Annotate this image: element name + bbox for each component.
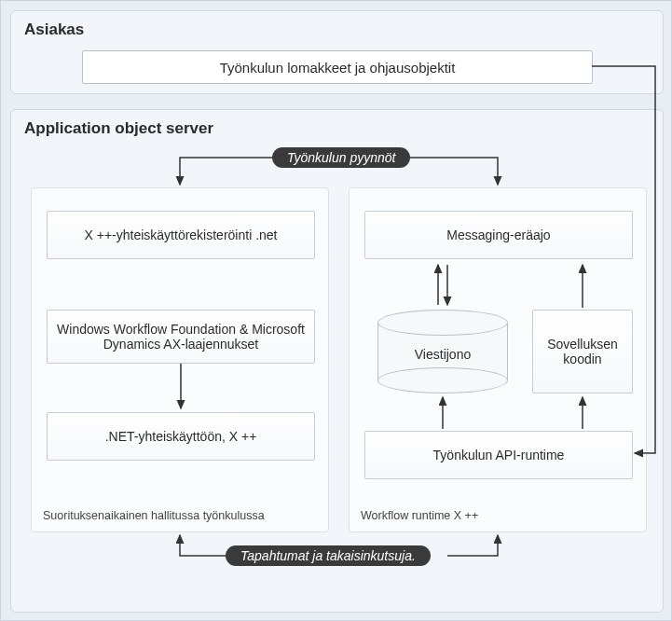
net-interop-xpp-box: .NET-yhteiskäyttöön, X ++ (47, 412, 315, 461)
wf-foundation-extensions-label: Windows Workflow Foundation & Microsoft … (55, 322, 307, 352)
client-panel: Asiakas Työnkulun lomakkeet ja ohjausobj… (10, 10, 664, 94)
xpp-interop-registration-box: X ++-yhteiskäyttörekisteröinti .net (47, 211, 315, 259)
application-code-box: Sovelluksen koodin (532, 310, 633, 393)
workflow-api-runtime-label: Työnkulun API-runtime (433, 448, 565, 462)
messaging-batch-label: Messaging-eräajo (446, 228, 550, 242)
message-queue-label: Viestijono (377, 347, 508, 362)
wf-foundation-extensions-box: Windows Workflow Foundation & Microsoft … (47, 310, 315, 364)
client-title: Asiakas (24, 21, 84, 39)
message-queue-cylinder: Viestijono (377, 310, 508, 393)
diagram-canvas: Asiakas Työnkulun lomakkeet ja ohjausobj… (0, 0, 672, 621)
xpp-interop-registration-label: X ++-yhteiskäyttörekisteröinti .net (85, 228, 278, 242)
aos-panel: Application object server Työnkulun pyyn… (10, 109, 664, 613)
workflow-runtime-xpp-group: Messaging-eräajo Viestijono Sovelluksen … (349, 187, 647, 532)
workflow-forms-label: Työnkulun lomakkeet ja ohjausobjektit (220, 60, 456, 76)
managed-runtime-caption: Suorituksenaikainen hallitussa työnkulus… (43, 509, 265, 522)
messaging-batch-box: Messaging-eräajo (364, 211, 633, 259)
events-callbacks-label: Tapahtumat ja takaisinkutsuja. (226, 545, 431, 566)
aos-title: Application object server (24, 119, 213, 138)
workflow-requests-label: Työnkulun pyynnöt (272, 147, 410, 168)
managed-runtime-group: X ++-yhteiskäyttörekisteröinti .net Wind… (31, 187, 329, 532)
net-interop-xpp-label: .NET-yhteiskäyttöön, X ++ (105, 429, 257, 444)
application-code-label: Sovelluksen koodin (539, 337, 626, 366)
workflow-forms-box: Työnkulun lomakkeet ja ohjausobjektit (82, 50, 593, 84)
workflow-api-runtime-box: Työnkulun API-runtime (364, 431, 633, 479)
workflow-runtime-xpp-caption: Workflow runtime X ++ (361, 509, 478, 522)
